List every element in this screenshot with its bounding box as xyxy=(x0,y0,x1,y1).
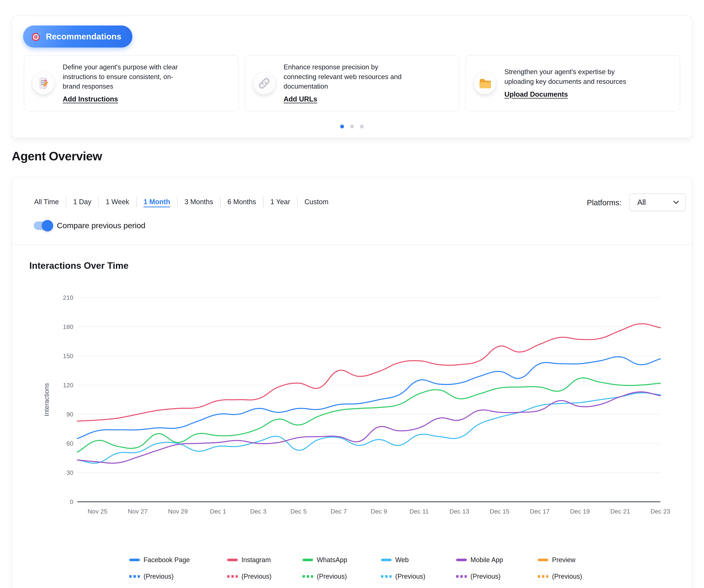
x-tick-label: Dec 13 xyxy=(450,508,469,515)
dashed-legend-swatch-icon xyxy=(129,575,140,578)
x-tick-label: Dec 3 xyxy=(250,508,267,515)
x-tick-label: Dec 1 xyxy=(210,508,226,515)
carousel-dot-2[interactable] xyxy=(350,124,354,128)
dashed-legend-swatch-icon xyxy=(381,575,392,578)
tab-3-months[interactable]: 3 Months xyxy=(177,197,220,207)
legend-swatch-icon xyxy=(302,558,313,561)
recommendations-badge-label: Recommendations xyxy=(46,32,121,42)
y-tick-label: 30 xyxy=(66,469,73,476)
legend-label: (Previous) xyxy=(241,573,272,580)
legend-item-mobile-app-previous[interactable]: (Previous) xyxy=(456,573,501,580)
x-tick-label: Dec 17 xyxy=(530,508,550,515)
x-tick-label: Nov 25 xyxy=(87,508,107,515)
dashed-legend-swatch-icon xyxy=(538,575,548,578)
legend-item-facebook-page[interactable]: Facebook Page xyxy=(129,556,190,564)
interactions-chart: 2101801501209060300InteractionsNov 25Nov… xyxy=(12,280,693,522)
platforms-select[interactable]: All xyxy=(629,194,686,211)
y-tick-label: 60 xyxy=(66,440,73,447)
y-tick-label: 0 xyxy=(70,498,73,505)
target-icon xyxy=(31,32,42,42)
y-tick-label: 180 xyxy=(63,323,73,330)
recommendation-text: Strengthen your agent's expertise by upl… xyxy=(504,67,626,99)
memo-icon xyxy=(32,72,54,94)
tab-6-months[interactable]: 6 Months xyxy=(221,197,263,207)
recommendation-card: Enhance response precision by connecting… xyxy=(245,55,459,111)
legend-label: Facebook Page xyxy=(143,556,190,564)
dashed-legend-swatch-icon xyxy=(302,575,313,578)
carousel-dots xyxy=(340,124,364,128)
legend-item-web[interactable]: Web xyxy=(381,556,409,564)
legend-item-preview[interactable]: Preview xyxy=(538,556,576,564)
chart-title: Interactions Over Time xyxy=(30,260,128,271)
legend-label: (Previous) xyxy=(470,573,501,580)
compare-previous-toggle[interactable] xyxy=(34,221,52,230)
y-tick-label: 150 xyxy=(63,353,73,359)
y-tick-label: 90 xyxy=(66,411,73,418)
y-tick-label: 210 xyxy=(63,294,73,301)
y-axis-title: Interactions xyxy=(43,383,50,416)
agent-overview-panel: All Time1 Day1 Week1 Month3 Months6 Mont… xyxy=(12,177,692,588)
chevron-down-icon xyxy=(673,201,679,204)
legend-label: WhatsApp xyxy=(317,556,347,564)
x-tick-label: Dec 7 xyxy=(331,508,347,515)
legend-label: Mobile App xyxy=(470,556,503,564)
recommendation-text: Enhance response precision by connecting… xyxy=(284,62,402,104)
tab-1-week[interactable]: 1 Week xyxy=(99,197,136,207)
upload-documents-link[interactable]: Upload Documents xyxy=(504,90,568,99)
folder-icon xyxy=(474,72,496,94)
carousel-dot-1[interactable] xyxy=(340,124,344,128)
legend-item-instagram-previous[interactable]: (Previous) xyxy=(227,573,272,580)
recommendations-panel: Recommendations Define your agent's purp… xyxy=(12,15,692,138)
section-divider xyxy=(12,245,692,245)
legend-item-instagram[interactable]: Instagram xyxy=(227,556,271,564)
x-tick-label: Dec 15 xyxy=(490,508,510,515)
legend-label: Preview xyxy=(552,556,576,564)
add-urls-link[interactable]: Add URLs xyxy=(284,94,317,104)
legend-swatch-icon xyxy=(129,558,140,561)
legend-item-facebook-page-previous[interactable]: (Previous) xyxy=(129,573,174,580)
recommendation-card: Strengthen your agent's expertise by upl… xyxy=(466,55,680,111)
x-tick-label: Dec 23 xyxy=(650,508,670,515)
y-tick-label: 120 xyxy=(63,382,73,388)
carousel-dot-3[interactable] xyxy=(360,124,364,128)
x-tick-label: Dec 21 xyxy=(610,508,630,515)
legend-swatch-icon xyxy=(381,558,392,561)
legend-swatch-icon xyxy=(538,558,548,561)
tab-1-year[interactable]: 1 Year xyxy=(263,197,297,207)
x-tick-label: Dec 5 xyxy=(290,508,307,515)
time-range-tabs: All Time1 Day1 Week1 Month3 Months6 Mont… xyxy=(27,197,336,207)
recommendations-badge: Recommendations xyxy=(23,25,132,48)
tab-1-month[interactable]: 1 Month xyxy=(136,197,177,207)
tab-1-day[interactable]: 1 Day xyxy=(66,197,98,207)
compare-toggle-row: Compare previous period xyxy=(34,221,145,230)
x-tick-label: Nov 27 xyxy=(128,508,148,515)
legend-item-whatsapp-previous[interactable]: (Previous) xyxy=(302,573,347,580)
legend-label: Web xyxy=(395,556,409,564)
legend-item-mobile-app[interactable]: Mobile App xyxy=(456,556,503,564)
legend-item-whatsapp[interactable]: WhatsApp xyxy=(302,556,347,564)
tab-custom[interactable]: Custom xyxy=(298,197,336,207)
x-tick-label: Dec 9 xyxy=(371,508,387,515)
add-instructions-link[interactable]: Add Instructions xyxy=(63,94,118,104)
page-title: Agent Overview xyxy=(12,149,102,163)
legend-item-web-previous[interactable]: (Previous) xyxy=(381,573,425,580)
platforms-select-value: All xyxy=(637,198,646,207)
dashed-legend-swatch-icon xyxy=(456,575,467,578)
legend-label: Instagram xyxy=(241,556,271,564)
tab-all-time[interactable]: All Time xyxy=(27,197,66,207)
link-icon xyxy=(253,72,275,94)
recommendation-text: Define your agent's purpose with clear i… xyxy=(63,62,178,104)
recommendation-cards-row: Define your agent's purpose with clear i… xyxy=(24,55,680,111)
legend-swatch-icon xyxy=(456,558,467,561)
series-line-whatsapp xyxy=(77,378,660,452)
legend-label: (Previous) xyxy=(317,573,347,580)
dashed-legend-swatch-icon xyxy=(227,575,238,578)
compare-toggle-label: Compare previous period xyxy=(57,221,145,230)
x-tick-label: Dec 11 xyxy=(410,508,429,515)
legend-item-preview-previous[interactable]: (Previous) xyxy=(538,573,582,580)
recommendation-card: Define your agent's purpose with clear i… xyxy=(24,55,238,111)
toggle-knob xyxy=(42,220,53,231)
x-tick-label: Dec 19 xyxy=(570,508,590,515)
legend-swatch-icon xyxy=(227,558,238,561)
series-line-facebook-page xyxy=(77,357,660,439)
